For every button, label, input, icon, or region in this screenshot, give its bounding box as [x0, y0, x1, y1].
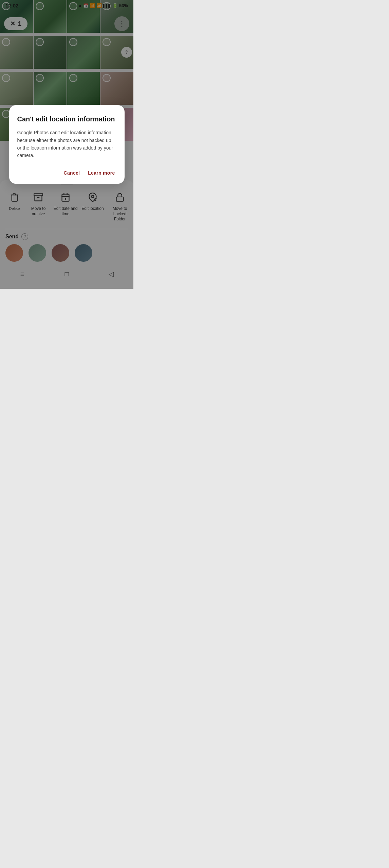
cancel-button[interactable]: Cancel: [62, 167, 81, 178]
modal-overlay: Can't edit location information Google P…: [0, 0, 133, 289]
modal-actions: Cancel Learn more: [17, 167, 116, 178]
learn-more-button[interactable]: Learn more: [87, 167, 116, 178]
modal-card: Can't edit location information Google P…: [9, 105, 125, 184]
modal-title: Can't edit location information: [17, 115, 116, 123]
modal-body: Google Photos can't edit location inform…: [17, 129, 116, 159]
